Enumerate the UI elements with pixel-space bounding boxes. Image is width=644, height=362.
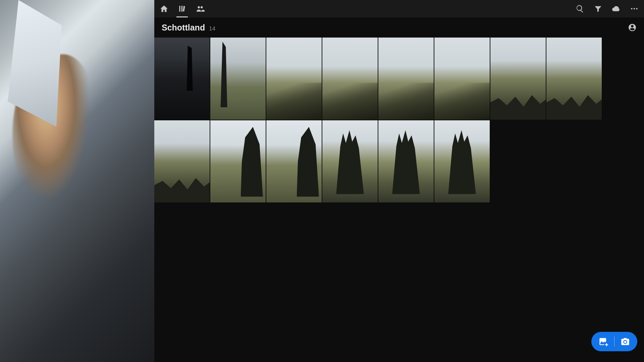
photo-thumbnail[interactable] — [210, 120, 266, 202]
app-window: Schottland 14 — [154, 0, 644, 362]
photo-thumbnail[interactable] — [154, 120, 210, 202]
photo-thumbnail[interactable] — [434, 38, 490, 120]
fab-divider — [614, 337, 615, 347]
photo-thumbnail[interactable] — [266, 120, 322, 202]
album-title-wrap: Schottland 14 — [162, 23, 215, 33]
photo-thumbnail[interactable] — [378, 38, 434, 120]
camera-icon[interactable] — [621, 337, 630, 346]
photo-thumbnail[interactable] — [322, 38, 378, 120]
cloud-icon[interactable] — [612, 4, 621, 13]
album-count: 14 — [209, 25, 215, 32]
webcam-overlay — [0, 0, 154, 362]
photo-thumbnail[interactable] — [378, 120, 434, 202]
people-icon[interactable] — [196, 4, 205, 13]
toolbar-right — [576, 4, 639, 13]
photo-thumbnail[interactable] — [434, 120, 490, 202]
fab-group — [591, 332, 638, 351]
more-icon[interactable] — [630, 4, 639, 13]
svg-point-1 — [634, 8, 635, 9]
photo-thumbnail[interactable] — [322, 120, 378, 202]
photo-grid — [154, 38, 644, 362]
photo-thumbnail[interactable] — [546, 38, 602, 120]
search-icon[interactable] — [576, 4, 584, 13]
toolbar-left — [160, 4, 205, 13]
profile-icon[interactable] — [628, 23, 637, 32]
add-photo-icon[interactable] — [599, 337, 608, 346]
filter-icon[interactable] — [594, 4, 602, 13]
photo-thumbnail[interactable] — [210, 38, 266, 120]
library-icon[interactable] — [178, 4, 186, 13]
photo-thumbnail[interactable] — [490, 38, 546, 120]
top-toolbar — [154, 0, 644, 17]
album-title: Schottland — [162, 23, 205, 33]
album-header: Schottland 14 — [154, 17, 644, 38]
photo-thumbnail[interactable] — [266, 38, 322, 120]
svg-point-2 — [636, 8, 637, 9]
photo-thumbnail[interactable] — [154, 38, 210, 120]
home-icon[interactable] — [160, 4, 168, 13]
svg-point-0 — [631, 8, 632, 9]
